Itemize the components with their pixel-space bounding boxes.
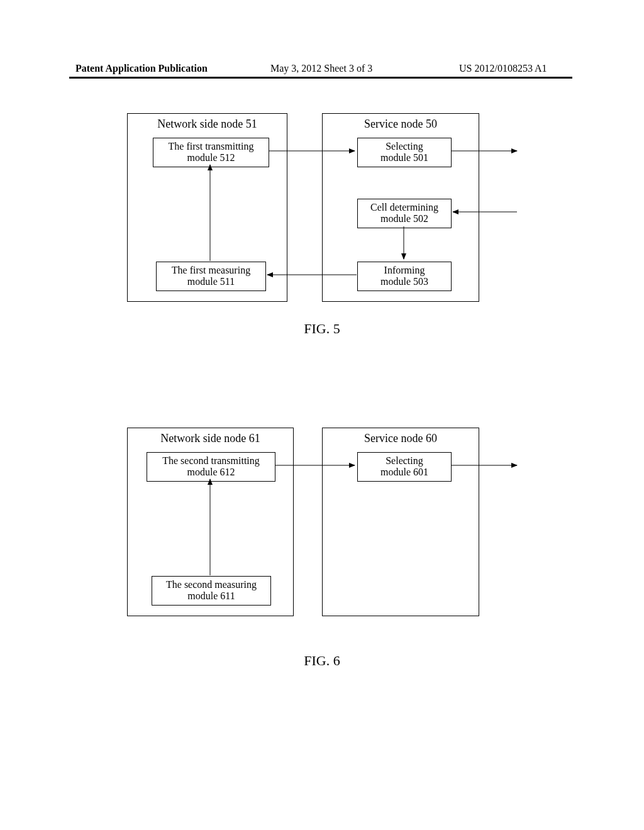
- network-side-node-51: Network side node 51 The first transmitt…: [127, 113, 287, 302]
- first-transmitting-module-512: The first transmittingmodule 512: [153, 138, 269, 167]
- cell-determining-module-502: Cell determiningmodule 502: [357, 199, 452, 228]
- header-right: US 2012/0108253 A1: [459, 63, 547, 74]
- figure-6: Network side node 61 The second transmit…: [127, 428, 517, 641]
- service-node-50: Service node 50 Selectingmodule 501 Cell…: [322, 113, 479, 302]
- figure-5-caption: FIG. 5: [127, 321, 517, 337]
- network-side-node-61: Network side node 61 The second transmit…: [127, 428, 294, 616]
- header-left: Patent Application Publication: [75, 63, 208, 74]
- service-node-60: Service node 60 Selectingmodule 601: [322, 428, 479, 616]
- second-transmitting-module-612: The second transmittingmodule 612: [147, 452, 275, 482]
- header-mid: May 3, 2012 Sheet 3 of 3: [270, 63, 372, 74]
- figure-6-caption: FIG. 6: [127, 653, 517, 669]
- service-node-50-title: Service node 50: [323, 114, 479, 131]
- service-node-60-title: Service node 60: [323, 428, 479, 445]
- header-rule: [69, 77, 572, 79]
- informing-module-503: Informingmodule 503: [357, 262, 452, 291]
- first-measuring-module-511: The first measuringmodule 511: [156, 262, 266, 291]
- network-side-51-title: Network side node 51: [128, 114, 287, 131]
- selecting-module-501: Selectingmodule 501: [357, 138, 452, 167]
- figure-5: Network side node 51 The first transmitt…: [127, 113, 517, 327]
- selecting-module-601: Selectingmodule 601: [357, 452, 452, 482]
- network-side-61-title: Network side node 61: [128, 428, 293, 445]
- page: Patent Application Publication May 3, 20…: [0, 0, 644, 830]
- second-measuring-module-611: The second measuringmodule 611: [152, 576, 271, 606]
